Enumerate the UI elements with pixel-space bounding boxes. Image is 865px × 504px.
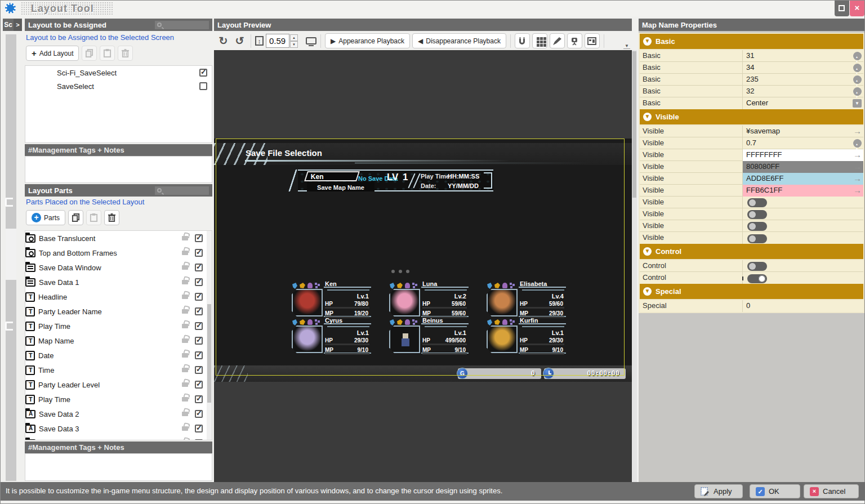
undo-icon[interactable]: ↺ — [233, 34, 247, 47]
property-control[interactable] — [747, 198, 767, 207]
parts-tree-row[interactable]: Save Data Window — [25, 260, 212, 275]
map-name-part[interactable]: Save Map Name — [307, 182, 374, 191]
parts-tree-row[interactable] — [25, 436, 212, 440]
parts-tree-row[interactable]: Time — [25, 363, 212, 377]
lock-icon[interactable] — [182, 353, 188, 358]
part-visible-checkbox[interactable] — [195, 395, 203, 403]
lock-icon[interactable] — [182, 324, 188, 328]
lock-icon[interactable] — [182, 382, 188, 387]
property-value[interactable]: ADD8E6FF — [743, 173, 863, 185]
disappearance-playback-button[interactable]: ◀ Disappearance Playback — [412, 33, 506, 48]
parts-tree-row[interactable]: Map Name — [25, 333, 212, 348]
property-control[interactable] — [747, 222, 767, 231]
page-dot[interactable] — [406, 270, 409, 273]
paste-icon[interactable] — [86, 210, 101, 225]
parts-tree-row[interactable]: Headline — [25, 289, 212, 304]
property-value[interactable] — [743, 197, 863, 208]
character-card[interactable]: Kurfin Lv.1 HP 29/30 MP 9/1 — [485, 319, 566, 354]
add-parts-button[interactable]: +Parts — [26, 210, 65, 225]
section-header[interactable]: ▼ Visible — [640, 109, 863, 124]
part-visible-checkbox[interactable] — [195, 366, 203, 374]
lock-icon[interactable] — [182, 265, 188, 270]
paste-icon[interactable] — [100, 46, 115, 61]
property-value[interactable] — [743, 260, 863, 272]
layout-list-item[interactable]: Sci-Fi_SaveSelect — [25, 66, 212, 79]
layout-visible-checkbox[interactable] — [199, 82, 207, 90]
parts-tree-row[interactable]: Base Translucent — [25, 231, 212, 246]
property-value[interactable]: FFFFFFFF — [743, 149, 863, 161]
part-visible-checkbox[interactable] — [195, 293, 203, 301]
lock-icon[interactable] — [182, 309, 188, 314]
scrollbar-thumb[interactable] — [6, 280, 16, 481]
page-dot[interactable] — [399, 270, 402, 273]
layout-list-item[interactable]: SaveSelect — [25, 79, 212, 93]
part-visible-checkbox[interactable] — [195, 322, 203, 330]
property-control[interactable] — [853, 87, 862, 96]
parts-tree-row[interactable]: Save Data 2 — [25, 407, 212, 421]
collapse-chevron-icon[interactable]: ▼ — [643, 287, 652, 296]
zoom-input[interactable] — [266, 34, 289, 48]
parts-tree-row[interactable]: Save Data 1 — [25, 275, 212, 289]
camera-icon[interactable] — [567, 33, 582, 48]
part-visible-checkbox[interactable] — [195, 381, 203, 389]
grid-icon[interactable] — [532, 33, 547, 48]
collapse-chevron-icon[interactable]: ▼ — [643, 247, 652, 256]
part-visible-checkbox[interactable] — [195, 439, 203, 440]
add-layout-button[interactable]: +Add Layout — [26, 46, 79, 61]
part-visible-checkbox[interactable] — [195, 264, 203, 271]
parts-tree-row[interactable]: Top and Bottom Frames — [25, 246, 212, 260]
assigned-search-box[interactable] — [155, 21, 209, 29]
property-control[interactable] — [853, 75, 862, 84]
search-input[interactable] — [162, 187, 201, 194]
preview-canvas[interactable]: Save File Selection Ken Save Map Name No… — [214, 50, 632, 482]
collapse-chevron-icon[interactable]: ▼ — [643, 113, 652, 121]
save-slot[interactable]: Ken Save Map Name No Save Data LV 1 Play… — [298, 170, 493, 191]
property-value[interactable]: 0.7 — [743, 137, 863, 149]
part-visible-checkbox[interactable] — [195, 425, 203, 432]
screen-panel-scrollbar[interactable] — [6, 34, 16, 481]
lock-icon[interactable] — [182, 368, 188, 372]
lock-icon[interactable] — [182, 236, 188, 240]
property-control[interactable] — [853, 64, 862, 72]
property-control[interactable] — [853, 149, 862, 160]
property-value[interactable]: 34 — [743, 62, 863, 74]
game-screen[interactable]: Save File Selection Ken Save Map Name No… — [214, 139, 632, 382]
character-card[interactable]: Luna Lv.2 HP 59/60 MP 59/60 — [388, 283, 469, 318]
property-value[interactable] — [743, 272, 863, 284]
copy-icon[interactable] — [68, 210, 83, 225]
property-value[interactable]: FFB6C1FF — [743, 185, 863, 197]
part-visible-checkbox[interactable] — [195, 410, 203, 418]
parts-tree-row[interactable]: Party Leader Name — [25, 304, 212, 319]
cancel-button[interactable]: × Cancel — [804, 484, 859, 498]
property-control[interactable] — [853, 99, 862, 108]
trash-icon[interactable] — [104, 210, 119, 225]
section-header[interactable]: ▼ Special — [640, 284, 863, 299]
property-value[interactable]: 32 — [743, 86, 863, 97]
property-control[interactable] — [853, 52, 862, 60]
lock-icon[interactable] — [182, 397, 188, 402]
property-control[interactable] — [853, 173, 862, 184]
apply-button[interactable]: Apply — [694, 484, 743, 498]
trash-icon[interactable] — [118, 46, 133, 61]
expand-panel-button[interactable]: > — [14, 19, 22, 31]
property-value[interactable]: 808080FF — [743, 161, 863, 173]
lock-icon[interactable] — [182, 338, 188, 343]
section-header[interactable]: ▼ Basic — [640, 34, 863, 49]
lock-icon[interactable] — [182, 280, 188, 284]
parts-tree-row[interactable]: Play Time — [25, 392, 212, 407]
property-control[interactable] — [747, 234, 767, 243]
ok-button[interactable]: ✓ OK — [750, 484, 800, 498]
property-value[interactable]: ¥savemap — [743, 126, 863, 137]
character-card[interactable]: Elisabeta Lv.4 HP 59/60 MP — [485, 283, 566, 318]
part-visible-checkbox[interactable] — [195, 307, 203, 315]
panels-icon[interactable] — [585, 33, 600, 48]
property-value[interactable]: Center — [743, 97, 863, 109]
character-card[interactable]: Ken Lv.1 HP 79/80 MP 19/20 — [291, 283, 371, 318]
property-control[interactable] — [853, 161, 862, 172]
fit-height-icon[interactable]: ↕ — [255, 36, 264, 46]
zoom-decrease-button[interactable]: ▼ — [290, 41, 298, 48]
lock-icon[interactable] — [182, 295, 188, 299]
part-visible-checkbox[interactable] — [195, 234, 203, 242]
part-visible-checkbox[interactable] — [195, 249, 203, 257]
part-visible-checkbox[interactable] — [195, 351, 203, 359]
